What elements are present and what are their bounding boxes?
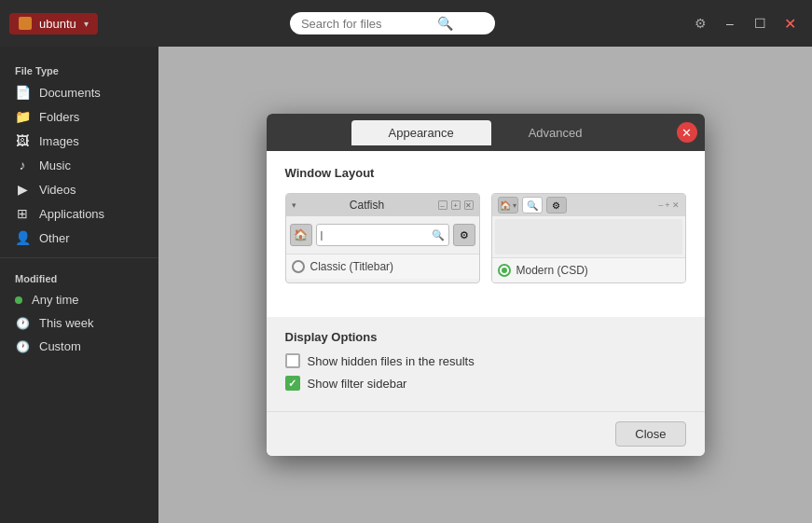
sidebar-item-anytime[interactable]: Any time	[0, 288, 158, 311]
window-close-button[interactable]: ✕	[777, 10, 803, 36]
modern-titlebar: 🏠 ▾ 🔍 ⚙ – + ✕	[492, 194, 685, 216]
modern-layout-card: 🏠 ▾ 🔍 ⚙ – + ✕	[491, 193, 686, 283]
app-menu-button[interactable]: ubuntu ▾	[9, 13, 98, 34]
dialog-body: Window Layout ▾ Catfish – + ✕ 🏠	[267, 151, 705, 317]
folders-icon: 📁	[15, 109, 30, 124]
other-icon: 👤	[15, 230, 30, 245]
sidebar-item-custom[interactable]: 🕐 Custom	[0, 335, 158, 358]
show-filter-label: Show filter sidebar	[308, 377, 407, 391]
videos-icon: ▶	[15, 182, 30, 197]
display-options-title: Display Options	[285, 330, 686, 344]
sidebar-item-label: Folders	[39, 110, 79, 124]
layout-options: ▾ Catfish – + ✕ 🏠 | 🔍 ⚙	[285, 193, 686, 283]
sidebar-item-label: Images	[39, 134, 79, 148]
modern-gear-icon: ⚙	[546, 197, 567, 213]
show-hidden-label: Show hidden files in the results	[308, 354, 475, 368]
classic-search-field: | 🔍	[316, 224, 449, 246]
sidebar-item-label: Any time	[32, 293, 79, 307]
file-type-section-title: File Type	[0, 58, 158, 80]
sidebar-item-label: This week	[39, 316, 94, 330]
classic-maximize-icon: +	[451, 200, 461, 210]
search-icon: 🔍	[437, 16, 453, 31]
checkmark-icon: ✓	[288, 378, 296, 390]
content-area: Appearance Advanced ✕ Window Layout ▾ Ca…	[158, 47, 812, 523]
classic-search-cursor: |	[321, 229, 323, 241]
modern-minus-icon: –	[658, 200, 663, 210]
applications-icon: ⊞	[15, 206, 30, 221]
search-wrap: 🔍	[290, 12, 495, 34]
display-options-section: Display Options Show hidden files in the…	[267, 317, 705, 411]
classic-radio-button[interactable]	[292, 260, 305, 273]
classic-body: 🏠 | 🔍 ⚙	[286, 216, 479, 254]
classic-dropdown-icon: ▾	[292, 200, 296, 210]
show-hidden-row[interactable]: Show hidden files in the results	[285, 353, 686, 368]
search-input[interactable]	[301, 17, 432, 31]
modern-label: Modern (CSD)	[516, 264, 588, 277]
classic-window-title: Catfish	[300, 199, 434, 212]
show-filter-checkbox[interactable]: ✓	[285, 376, 300, 391]
modern-wm-buttons: – + ✕	[658, 200, 679, 210]
show-hidden-checkbox[interactable]	[285, 353, 300, 368]
tab-appearance[interactable]: Appearance	[351, 120, 491, 145]
window-layout-title: Window Layout	[285, 166, 686, 180]
maximize-button[interactable]: ☐	[747, 10, 773, 36]
sidebar-item-images[interactable]: 🖼 Images	[0, 129, 158, 153]
this-week-icon: 🕐	[15, 317, 30, 330]
dialog-footer: Close	[267, 411, 705, 456]
classic-close-icon: ✕	[464, 200, 474, 210]
topbar-actions: ⚙ – ☐ ✕	[687, 10, 803, 36]
classic-search-icon: 🔍	[432, 229, 445, 241]
sidebar-item-this-week[interactable]: 🕐 This week	[0, 311, 158, 335]
close-button[interactable]: Close	[615, 421, 685, 447]
modern-plus-icon: +	[665, 200, 669, 210]
sidebar-item-music[interactable]: ♪ Music	[0, 153, 158, 177]
sidebar-item-label: Videos	[39, 183, 76, 197]
music-icon: ♪	[15, 158, 30, 172]
app-menu-label: ubuntu	[39, 17, 76, 31]
classic-titlebar: ▾ Catfish – + ✕	[286, 194, 479, 216]
custom-icon: 🕐	[15, 340, 30, 353]
images-icon: 🖼	[15, 133, 30, 148]
sidebar-item-applications[interactable]: ⊞ Applications	[0, 201, 158, 226]
modern-radio-button[interactable]	[498, 264, 511, 277]
modern-radio-dot	[502, 268, 507, 273]
settings-button[interactable]: ⚙	[687, 10, 713, 36]
sidebar-item-folders[interactable]: 📁 Folders	[0, 104, 158, 129]
classic-label: Classic (Titlebar)	[310, 260, 394, 273]
show-filter-row[interactable]: ✓ Show filter sidebar	[285, 376, 686, 391]
minimize-button[interactable]: –	[717, 10, 743, 36]
sidebar-item-label: Applications	[39, 207, 104, 221]
sidebar-divider	[0, 257, 158, 258]
dialog-close-button[interactable]: ✕	[677, 122, 697, 143]
modern-footer[interactable]: Modern (CSD)	[492, 257, 685, 282]
sidebar: File Type 📄 Documents 📁 Folders 🖼 Images…	[0, 47, 158, 523]
documents-icon: 📄	[15, 85, 30, 100]
topbar: ubuntu ▾ 🔍 ⚙ – ☐ ✕	[0, 0, 812, 47]
classic-footer[interactable]: Classic (Titlebar)	[286, 254, 479, 279]
sidebar-item-label: Documents	[39, 86, 101, 100]
classic-layout-card: ▾ Catfish – + ✕ 🏠 | 🔍 ⚙	[285, 193, 480, 283]
modern-body	[495, 219, 682, 255]
modern-home-icon: 🏠 ▾	[498, 197, 518, 213]
sidebar-item-videos[interactable]: ▶ Videos	[0, 177, 158, 201]
sidebar-item-label: Other	[39, 231, 70, 245]
sidebar-item-documents[interactable]: 📄 Documents	[0, 80, 158, 104]
modified-section-title: Modified	[0, 266, 158, 288]
app-icon	[19, 17, 32, 30]
main-area: File Type 📄 Documents 📁 Folders 🖼 Images…	[0, 47, 812, 523]
classic-home-icon: 🏠	[290, 224, 312, 246]
sidebar-item-label: Custom	[39, 339, 81, 353]
preferences-dialog: Appearance Advanced ✕ Window Layout ▾ Ca…	[267, 114, 705, 456]
tab-advanced[interactable]: Advanced	[491, 120, 620, 145]
anytime-dot-icon	[15, 296, 22, 304]
sidebar-item-label: Music	[39, 158, 71, 172]
classic-gear-icon: ⚙	[453, 224, 475, 246]
dialog-titlebar: Appearance Advanced ✕	[267, 114, 705, 151]
app-menu-arrow-icon: ▾	[84, 19, 89, 29]
dialog-tabs: Appearance Advanced	[351, 120, 620, 145]
search-bar: 🔍	[107, 12, 678, 34]
modern-search-icon: 🔍	[522, 197, 543, 213]
sidebar-item-other[interactable]: 👤 Other	[0, 226, 158, 250]
modern-x-icon: ✕	[672, 200, 680, 210]
classic-minimize-icon: –	[438, 200, 447, 210]
